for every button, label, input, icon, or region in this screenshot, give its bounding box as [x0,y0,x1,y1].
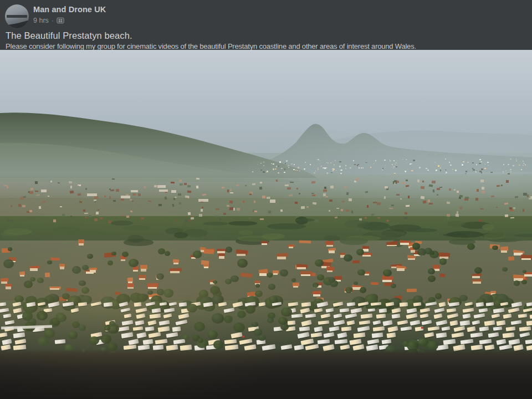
scene-sprite [299,193,300,195]
scene-sprite [381,339,391,344]
scene-sprite [396,265,406,270]
scene-sprite [470,332,483,337]
scene-sprite [499,344,512,350]
scene-sprite [191,254,196,258]
scene-sprite [362,252,372,255]
scene-sprite [72,266,81,274]
scene-sprite [465,173,467,175]
video-player[interactable] [0,50,532,399]
scene-sprite [490,244,500,249]
foreground-shadow [0,349,532,399]
scene-sprite [379,308,387,313]
scene-sprite [515,196,518,198]
scene-sprite [365,294,378,305]
scene-sprite [100,296,116,309]
scene-sprite [252,183,255,185]
scene-sprite [134,302,139,306]
scene-sprite [228,221,257,226]
scene-sprite [263,165,264,166]
scene-sprite [334,165,334,165]
scene-sprite [259,273,267,276]
scene-sprite [365,299,379,310]
scene-sprite [327,270,333,272]
post-text-line-2: Please consider following my group for c… [6,42,532,50]
scene-sprite [82,265,89,271]
scene-sprite [25,296,37,305]
scene-sprite [267,273,273,278]
scene-sprite [133,326,144,331]
scene-sprite [332,162,333,162]
scene-sprite [293,283,299,287]
scene-sprite [124,314,131,318]
avatar[interactable] [5,4,29,28]
scene-sprite [350,167,351,168]
scene-sprite [139,278,145,280]
scene-sprite [510,158,511,160]
scene-sprite [495,294,509,305]
scene-sprite [479,159,481,161]
scene-sprite [479,296,495,308]
timestamp-link[interactable]: 9 hrs [33,17,49,24]
scene-sprite [322,259,332,264]
scene-sprite [121,259,125,262]
scene-sprite [255,284,260,288]
scene-sprite [126,216,129,218]
scene-sprite [479,171,482,172]
group-privacy-icon [57,17,64,24]
scene-sprite [484,320,495,326]
scene-sprite [198,338,203,343]
scene-sprite [183,335,188,340]
scene-sprite [329,277,335,283]
scene-sprite [452,169,453,170]
scene-sprite [254,211,257,212]
scene-sprite [7,219,11,222]
scene-sprite [285,163,286,164]
scene-sprite [436,344,449,350]
suburb-base-layer [0,241,532,306]
scene-sprite [460,320,470,326]
scene-sprite [440,170,441,171]
scene-sprite [502,267,508,272]
scene-sprite [289,247,294,248]
scene-sprite [286,160,288,161]
scene-sprite [391,267,400,268]
scene-sprite [203,303,214,311]
scene-sprite [484,345,494,351]
scene-sprite [26,297,31,301]
scene-sprite [288,165,289,166]
scene-sprite [516,159,517,160]
scene-sprite [273,163,274,165]
scene-sprite [406,205,410,207]
scene-sprite [410,320,420,325]
scene-sprite [8,257,17,262]
scene-sprite [439,258,447,265]
scene-sprite [24,280,33,288]
scene-sprite [488,238,520,242]
scene-sprite [525,165,526,165]
scene-sprite [192,216,194,217]
scene-sprite [245,296,260,308]
scene-sprite [421,339,433,349]
scene-sprite [236,249,247,255]
scene-sprite [290,182,294,183]
scene-sprite [128,339,139,345]
far-haze-hill [277,130,532,170]
scene-sprite [371,231,405,236]
scene-sprite [273,168,274,170]
scene-sprite [462,164,463,165]
author-link[interactable]: Man and Drone UK [33,5,106,14]
scene-sprite [345,209,349,212]
center-peaks [250,124,532,175]
scene-sprite [414,349,422,356]
scene-sprite [372,320,381,325]
scene-sprite [502,234,532,241]
scene-sprite [315,171,316,171]
scene-sprite [323,236,340,241]
scene-sprite [301,320,313,326]
scene-sprite [386,241,398,246]
scene-sprite [22,311,33,321]
scene-sprite [482,187,484,190]
scene-sprite [342,201,345,202]
scene-sprite [134,302,142,306]
scene-sprite [429,250,439,259]
